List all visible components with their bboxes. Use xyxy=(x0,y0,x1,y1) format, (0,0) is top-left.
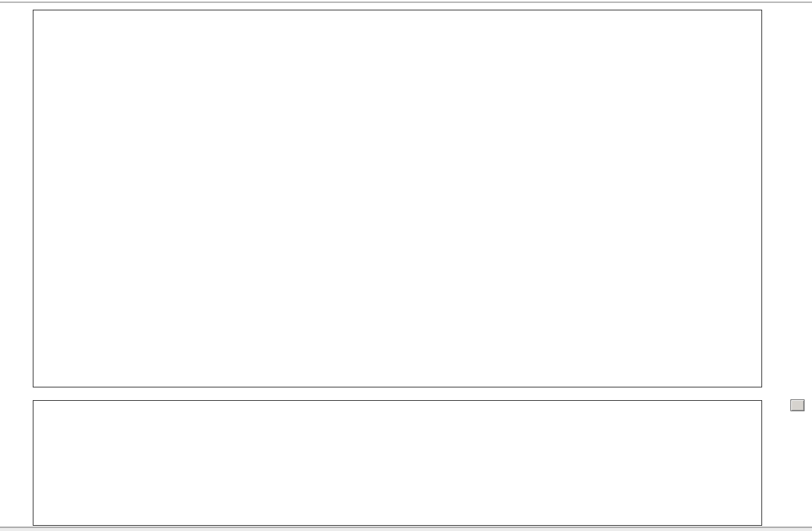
window-strip-bottom xyxy=(0,528,812,531)
price-chart-panel[interactable] xyxy=(33,10,762,387)
volume-chart-plot[interactable] xyxy=(33,401,761,525)
volume-chart-panel[interactable] xyxy=(33,400,762,526)
window-border-top xyxy=(0,1,812,3)
close-button[interactable] xyxy=(790,399,805,411)
price-chart-plot[interactable] xyxy=(33,10,761,387)
